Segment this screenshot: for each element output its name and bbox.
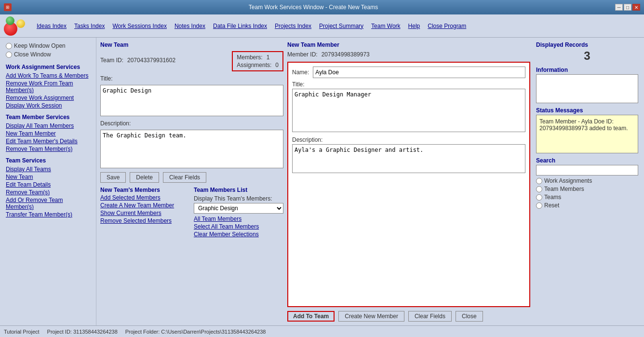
status-project-id: Project ID: 311358443264238 — [47, 329, 118, 335]
description-textarea[interactable] — [100, 130, 283, 168]
minimize-button[interactable]: ─ — [615, 4, 623, 11]
team-services-title: Team Services — [6, 157, 90, 164]
member-id-value: 207934998389973 — [322, 51, 370, 58]
sidebar-item-remove-teams[interactable]: Remove Team(s) — [6, 189, 90, 196]
search-title: Search — [536, 157, 638, 164]
all-team-members-link[interactable]: All Team Members — [194, 216, 283, 222]
show-current-members-link[interactable]: Show Current Members — [100, 210, 190, 216]
member-id-label: Member ID: — [287, 51, 318, 58]
new-team-panel: New Team Team ID: 207043379931602 Member… — [100, 41, 283, 322]
new-team-member-panel: New Team Member Member ID: 2079349983899… — [287, 41, 530, 322]
sidebar-item-remove-work-from-team[interactable]: Remove Work From Team Member(s) — [6, 80, 90, 94]
create-new-member-button[interactable]: Create New Member — [338, 311, 404, 322]
app-logo — [4, 16, 25, 36]
members-row: Members: 1 — [237, 54, 279, 61]
sidebar-item-add-remove-team-members[interactable]: Add Or Remove Team Member(s) — [6, 197, 90, 210]
displayed-records-section: Displayed Records 3 — [536, 41, 638, 63]
sidebar-item-display-work-session[interactable]: Display Work Session — [6, 102, 90, 109]
menu-project-summary[interactable]: Project Summary — [319, 23, 363, 29]
maximize-button[interactable]: □ — [624, 4, 631, 11]
team-id-value: 207043379931602 — [127, 57, 175, 64]
sidebar-item-edit-team-member-details[interactable]: Edit Team Member's Details — [6, 138, 90, 145]
menu-close-program[interactable]: Close Program — [428, 23, 466, 29]
team-id-label: Team ID: — [100, 57, 123, 64]
menu-tasks-index[interactable]: Tasks Index — [74, 23, 105, 29]
sidebar: Keep Window Open Close Window Work Assig… — [0, 38, 96, 325]
keep-window-open-radio[interactable]: Keep Window Open — [6, 42, 90, 49]
status-messages-section: Status Messages Team Member - Ayla Doe I… — [536, 107, 638, 153]
team-id-row: Team ID: 207043379931602 — [100, 57, 175, 64]
main-container: Keep Window Open Close Window Work Assig… — [0, 38, 644, 325]
menu-work-sessions-index[interactable]: Work Sessions Index — [112, 23, 167, 29]
member-id-row: Member ID: 207934998389973 — [287, 51, 530, 58]
close-button[interactable]: ✕ — [632, 4, 640, 11]
menu-help[interactable]: Help — [408, 23, 420, 29]
clear-member-selections-link[interactable]: Clear Member Selections — [194, 231, 283, 238]
search-section: Search Work Assignments Team Members Tea… — [536, 157, 638, 209]
menu-projects-index[interactable]: Projects Index — [275, 23, 311, 29]
search-input[interactable] — [536, 165, 638, 175]
close-window-radio[interactable]: Close Window — [6, 51, 90, 58]
title-bar: ⊞ Team Work Services Window - Create New… — [0, 0, 644, 14]
right-panel: Displayed Records 3 Information Status M… — [534, 41, 640, 322]
team-member-services-title: Team Member Services — [6, 114, 90, 121]
clear-fields-button[interactable]: Clear Fields — [163, 172, 206, 183]
member-title-textarea[interactable] — [292, 89, 525, 132]
window-controls: ─ □ ✕ — [615, 4, 640, 11]
search-team-members-radio[interactable]: Team Members — [536, 186, 638, 192]
menu-data-file-links-index[interactable]: Data File Links Index — [213, 23, 267, 29]
search-work-assignments-radio[interactable]: Work Assignments — [536, 177, 638, 184]
information-title: Information — [536, 67, 638, 73]
search-teams-radio[interactable]: Teams — [536, 194, 638, 201]
add-to-team-button[interactable]: Add To Team — [287, 311, 335, 322]
member-description-label: Description: — [292, 136, 525, 143]
menu-team-work[interactable]: Team Work — [371, 23, 400, 29]
sidebar-item-remove-team-member[interactable]: Remove Team Member(s) — [6, 146, 90, 152]
information-section: Information — [536, 67, 638, 103]
name-input[interactable] — [313, 67, 525, 78]
search-reset-radio[interactable]: Reset — [536, 202, 638, 209]
menu-notes-index[interactable]: Notes Index — [174, 23, 205, 29]
sidebar-item-remove-work-assignment[interactable]: Remove Work Assignment — [6, 94, 90, 101]
team-members-list-panel: Team Members List Display This Team's Me… — [194, 187, 283, 239]
window-behavior-group: Keep Window Open Close Window — [6, 42, 90, 58]
create-new-team-member-link[interactable]: Create A New Team Member — [100, 202, 190, 209]
sidebar-item-display-all-teams[interactable]: Display All Teams — [6, 166, 90, 173]
keep-window-open-label: Keep Window Open — [14, 42, 66, 49]
description-label: Description: — [100, 120, 283, 127]
display-teams-members-label: Display This Team's Members: — [194, 195, 283, 202]
search-team-members-label: Team Members — [544, 186, 584, 192]
remove-selected-members-link[interactable]: Remove Selected Members — [100, 217, 190, 224]
sidebar-item-transfer-team-members[interactable]: Transfer Team Member(s) — [6, 211, 90, 218]
bottom-panels: New Team's Members Add Selected Members … — [100, 187, 283, 239]
close-button[interactable]: Close — [456, 311, 483, 322]
sidebar-item-display-all-team-members[interactable]: Display All Team Members — [6, 122, 90, 129]
title-textarea[interactable] — [100, 85, 283, 116]
status-bar: Tutorial Project Project ID: 31135844326… — [0, 325, 644, 337]
sidebar-item-add-work-to-teams[interactable]: Add Work To Teams & Members — [6, 72, 90, 79]
status-project-label: Tutorial Project — [4, 329, 40, 335]
displayed-records-value: 3 — [536, 49, 638, 63]
menu-bar: Ideas Index Tasks Index Work Sessions In… — [0, 14, 644, 38]
member-description-textarea[interactable] — [292, 144, 525, 173]
sidebar-item-new-team-member[interactable]: New Team Member — [6, 130, 90, 137]
menu-ideas-index[interactable]: Ideas Index — [37, 23, 67, 29]
member-clear-fields-button[interactable]: Clear Fields — [408, 311, 452, 322]
select-all-team-members-link[interactable]: Select All Team Members — [194, 223, 283, 230]
delete-button[interactable]: Delete — [130, 172, 159, 183]
sidebar-item-new-team[interactable]: New Team — [6, 174, 90, 180]
new-team-member-title: New Team Member — [287, 41, 530, 48]
members-value: 1 — [267, 54, 270, 61]
team-members-dropdown[interactable]: Graphic Design All Teams — [194, 203, 283, 214]
team-members-list-title: Team Members List — [194, 187, 283, 193]
new-team-title: New Team — [100, 41, 283, 48]
status-project-folder: Project Folder: C:\Users\Darren\Projects… — [125, 329, 266, 335]
status-messages-box: Team Member - Ayla Doe ID: 2079349983899… — [536, 115, 638, 153]
new-teams-members-title: New Team's Members — [100, 187, 190, 193]
add-selected-members-link[interactable]: Add Selected Members — [100, 194, 190, 201]
sidebar-item-edit-team-details[interactable]: Edit Team Details — [6, 181, 90, 188]
members-label: Members: — [237, 54, 262, 61]
work-assignment-services-title: Work Assignment Services — [6, 64, 90, 70]
save-button[interactable]: Save — [100, 172, 126, 183]
window-title: Team Work Services Window - Create New T… — [12, 4, 615, 11]
